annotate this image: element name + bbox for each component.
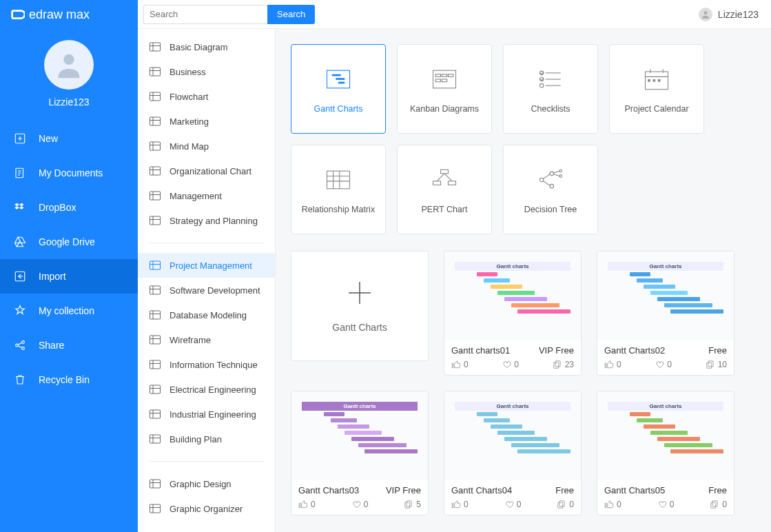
copies-stat[interactable]: 5 bbox=[404, 500, 421, 509]
template-badge: VIP Free bbox=[539, 345, 574, 356]
category-icon bbox=[149, 478, 161, 490]
copies-stat[interactable]: 23 bbox=[553, 360, 574, 369]
search-button[interactable]: Search bbox=[267, 5, 315, 24]
category-icon bbox=[149, 408, 161, 420]
category-item[interactable]: Organizational Chart bbox=[138, 158, 275, 183]
svg-rect-46 bbox=[648, 79, 650, 82]
svg-rect-73 bbox=[706, 362, 711, 368]
type-card[interactable]: Gantt Charts bbox=[291, 44, 386, 134]
top-user[interactable]: Lizzie123 bbox=[699, 8, 765, 21]
category-label: Mind Map bbox=[169, 141, 209, 152]
likes-stat[interactable]: 0 bbox=[298, 500, 316, 509]
type-card[interactable]: Project Calendar bbox=[609, 44, 704, 134]
nav-label: Import bbox=[39, 271, 66, 282]
nav-google-drive[interactable]: Google Drive bbox=[0, 225, 138, 259]
svg-rect-75 bbox=[405, 502, 410, 508]
brand-icon bbox=[10, 7, 25, 22]
template-meta: Gantt Charts02 Free 0 0 10 bbox=[597, 340, 734, 375]
nav-import[interactable]: Import bbox=[0, 259, 138, 294]
heart-icon bbox=[351, 500, 361, 509]
category-item[interactable]: Marketing bbox=[138, 109, 275, 134]
favs-stat[interactable]: 0 bbox=[502, 360, 519, 369]
category-separator bbox=[149, 461, 264, 462]
share-icon bbox=[14, 339, 26, 351]
nav-dropbox[interactable]: DropBox bbox=[0, 190, 138, 225]
heart-icon bbox=[655, 360, 664, 369]
google-drive-icon bbox=[14, 236, 26, 248]
category-item[interactable]: Graphic Design bbox=[138, 471, 275, 496]
category-item[interactable]: Basic Diagram bbox=[138, 34, 275, 59]
category-item[interactable]: Management bbox=[138, 183, 275, 208]
svg-point-5 bbox=[22, 341, 25, 344]
category-item[interactable]: Industrial Engineering bbox=[138, 402, 275, 427]
svg-rect-24 bbox=[150, 480, 161, 488]
category-item[interactable]: Graphic Organizer bbox=[138, 496, 275, 521]
my-collection-icon bbox=[14, 305, 26, 317]
type-label: PERT Chart bbox=[422, 205, 468, 214]
svg-rect-31 bbox=[435, 74, 440, 77]
favs-stat[interactable]: 0 bbox=[351, 500, 369, 509]
type-card[interactable]: Relationship Matrix bbox=[291, 145, 386, 234]
likes-stat[interactable]: 0 bbox=[604, 500, 621, 509]
type-card[interactable]: Decision Tree bbox=[503, 145, 598, 234]
thumbs-up-icon bbox=[451, 500, 461, 509]
nav-recycle-bin[interactable]: Recycle Bin bbox=[0, 362, 138, 397]
copies-stat[interactable]: 0 bbox=[557, 500, 574, 509]
nav-my-collection[interactable]: My collection bbox=[0, 294, 138, 328]
thumbs-up-icon bbox=[298, 500, 308, 509]
nav-new[interactable]: New bbox=[0, 121, 138, 156]
svg-line-57 bbox=[437, 174, 444, 181]
svg-rect-14 bbox=[150, 192, 161, 200]
svg-rect-25 bbox=[150, 504, 161, 513]
svg-point-4 bbox=[16, 344, 19, 347]
svg-rect-74 bbox=[407, 501, 411, 507]
template-card[interactable]: Gantt charts Gantt Charts03 VIP Free 0 0… bbox=[291, 391, 429, 515]
category-icon bbox=[149, 90, 161, 103]
category-item[interactable]: Project Management bbox=[138, 253, 275, 278]
likes-stat[interactable]: 0 bbox=[604, 360, 621, 369]
category-item[interactable]: Electrical Engineering bbox=[138, 377, 275, 402]
likes-stat[interactable]: 0 bbox=[451, 360, 469, 369]
user-avatar-icon bbox=[699, 8, 712, 21]
type-card[interactable]: Kanban Diagrams bbox=[397, 44, 492, 134]
svg-rect-9 bbox=[150, 68, 161, 76]
category-item[interactable]: Strategy and Planning bbox=[138, 208, 275, 233]
svg-line-66 bbox=[554, 171, 559, 173]
search-input[interactable] bbox=[143, 5, 267, 24]
heart-icon bbox=[502, 360, 511, 369]
category-item[interactable]: Wireframe bbox=[138, 327, 275, 352]
favs-stat[interactable]: 0 bbox=[504, 500, 522, 509]
svg-rect-48 bbox=[658, 79, 661, 82]
avatar[interactable] bbox=[44, 40, 94, 90]
category-item[interactable]: Software Development bbox=[138, 278, 275, 303]
template-card[interactable]: Gantt charts Gantt Charts05 Free 0 0 0 bbox=[597, 391, 734, 515]
template-card[interactable]: Gantt charts Gantt Charts04 Free 0 0 0 bbox=[444, 391, 582, 515]
favs-stat[interactable]: 0 bbox=[655, 360, 672, 369]
profile-name: Lizzie123 bbox=[48, 96, 89, 108]
favs-stat[interactable]: 0 bbox=[657, 500, 675, 509]
template-card[interactable]: Gantt charts Gantt charts01 VIP Free 0 0… bbox=[444, 251, 582, 376]
nav-share[interactable]: Share bbox=[0, 328, 138, 362]
brand: edraw max bbox=[0, 0, 138, 29]
category-label: Marketing bbox=[169, 116, 209, 127]
category-item[interactable]: Flowchart bbox=[138, 84, 275, 109]
nav-label: My Documents bbox=[39, 167, 103, 178]
category-icon bbox=[149, 358, 161, 371]
nav-my-documents[interactable]: My Documents bbox=[0, 156, 138, 190]
copies-stat[interactable]: 0 bbox=[710, 500, 727, 509]
category-label: Flowchart bbox=[169, 92, 208, 102]
category-icon bbox=[149, 259, 161, 272]
likes-stat[interactable]: 0 bbox=[451, 500, 469, 509]
category-item[interactable]: Database Modeling bbox=[138, 303, 275, 327]
new-template-card[interactable]: Gantt Charts bbox=[291, 251, 429, 361]
category-item[interactable]: Information Technique bbox=[138, 352, 275, 377]
type-card[interactable]: Checklists bbox=[503, 44, 598, 134]
category-item[interactable]: Mind Map bbox=[138, 134, 275, 158]
template-card[interactable]: Gantt charts Gantt Charts02 Free 0 0 10 bbox=[597, 251, 734, 376]
copies-stat[interactable]: 10 bbox=[706, 360, 727, 369]
category-label: Business bbox=[169, 67, 206, 77]
type-card[interactable]: PERT Chart bbox=[397, 145, 492, 234]
category-item[interactable]: Business bbox=[138, 59, 275, 84]
category-icon bbox=[149, 284, 161, 296]
category-item[interactable]: Building Plan bbox=[138, 427, 275, 451]
